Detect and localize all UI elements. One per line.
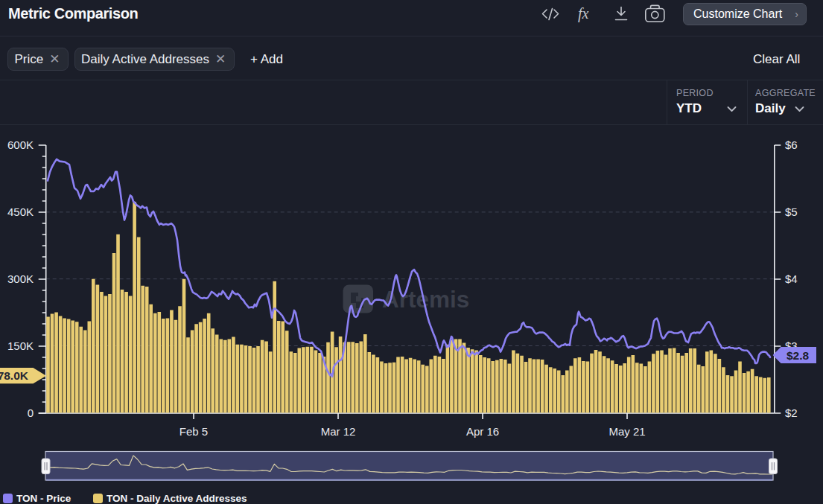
svg-text:$2.8: $2.8 xyxy=(787,349,810,362)
svg-text:$5: $5 xyxy=(785,205,798,218)
svg-text:78.0K: 78.0K xyxy=(0,369,29,382)
svg-text:0: 0 xyxy=(28,406,34,419)
svg-text:May 21: May 21 xyxy=(608,425,645,438)
svg-text:600K: 600K xyxy=(7,138,34,151)
svg-text:$6: $6 xyxy=(785,138,798,151)
svg-text:150K: 150K xyxy=(7,339,34,352)
svg-text:$4: $4 xyxy=(785,272,798,285)
svg-text:Mar 12: Mar 12 xyxy=(321,425,356,438)
svg-text:Apr 16: Apr 16 xyxy=(466,425,499,438)
svg-text:Feb 5: Feb 5 xyxy=(179,425,208,438)
svg-text:fx: fx xyxy=(578,5,589,22)
svg-text:300K: 300K xyxy=(7,272,34,285)
svg-text:450K: 450K xyxy=(7,205,34,218)
svg-text:$2: $2 xyxy=(785,406,798,419)
